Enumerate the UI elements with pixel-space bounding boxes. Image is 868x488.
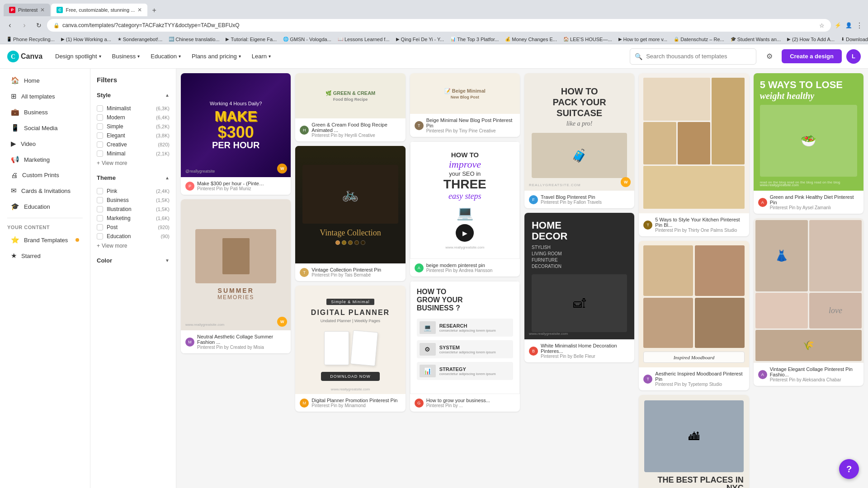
filter-color-header[interactable]: Color ▼ <box>97 255 170 266</box>
template-seo[interactable]: HOW TO improve your SEO in THREE easy st… <box>410 141 520 277</box>
weight-author-row: A Green and Pink Healthy Diet Pinterest … <box>758 194 859 210</box>
sidebar-item-custom-prints[interactable]: 🖨 Custom Prints <box>4 168 86 183</box>
tab-pinterest[interactable]: P Pinterest ✕ <box>4 4 50 16</box>
template-kitchen[interactable]: T 5 Ways to Style Your Kitchen Pinterest… <box>639 73 749 236</box>
sidebar-item-starred[interactable]: ★ Starred <box>4 248 86 263</box>
forward-button[interactable]: › <box>18 19 31 32</box>
sidebar-item-education[interactable]: 🎓 Education <box>4 199 86 214</box>
bookmark-how[interactable]: ▶ How to get more v... <box>616 36 670 42</box>
create-design-button[interactable]: Create a design <box>782 49 842 63</box>
tab-canva[interactable]: C Free, customizable, stunning ... ✕ <box>51 4 147 16</box>
template-summer-memories[interactable]: SUMMER MEMORIES www.reallygreatsite.com … <box>181 199 291 353</box>
nav-education[interactable]: Education ▾ <box>145 50 186 62</box>
template-digital-planner[interactable]: Simple & Minimal DIGITAL PLANNER Undated… <box>295 286 405 412</box>
minimalist-checkbox[interactable] <box>97 105 103 112</box>
star-bookmark-icon[interactable]: ☆ <box>819 22 825 29</box>
nav-design-spotlight[interactable]: Design spotlight ▾ <box>50 50 107 62</box>
user-avatar[interactable]: L <box>846 49 861 64</box>
bookmark-chinese[interactable]: 🔤 Chinese translatio... <box>166 36 222 42</box>
filter-creative[interactable]: Creative (820) <box>97 140 170 149</box>
sidebar-item-video[interactable]: ▶ Video <box>4 136 86 151</box>
settings-button[interactable]: ⚙ <box>762 49 777 64</box>
bookmark-tutorial[interactable]: ▶ Tutorial: Eigene Fa... <box>223 36 279 42</box>
filter-marketing-theme[interactable]: Marketing (1,6K) <box>97 214 170 223</box>
bookmark-lee[interactable]: 🏠 LEE'S HOUSE—... <box>561 36 615 42</box>
template-grow[interactable]: HOW TOGROW YOURBUSINESS ? 💻 RESEARCHcons… <box>410 281 520 412</box>
sidebar-item-social-media[interactable]: 📱 Social Media <box>4 120 86 136</box>
bookmark-daten[interactable]: 🔒 Datenschutz – Re... <box>671 36 727 42</box>
nav-plans[interactable]: Plans and pricing ▾ <box>186 50 246 62</box>
reload-button[interactable]: ↻ <box>33 19 45 32</box>
template-collage2[interactable]: 👗 love 🌾 A <box>754 218 863 386</box>
filter-theme-header[interactable]: Theme ▲ <box>97 173 170 183</box>
bookmark-top3[interactable]: 📊 The Top 3 Platfor... <box>448 36 501 42</box>
filter-simple[interactable]: Simple (5,2K) <box>97 122 170 131</box>
template-suitcase[interactable]: HOW TOPACK YOURSUITCASE like a pro! 🧳 RE… <box>524 73 634 208</box>
minimal-checkbox[interactable] <box>97 150 103 157</box>
bookmark-lessons[interactable]: 📖 Lessons Learned f... <box>335 36 392 42</box>
marketing-theme-checkbox[interactable] <box>97 215 103 221</box>
back-button[interactable]: ‹ <box>4 19 16 32</box>
filter-business-theme[interactable]: Business (1,5K) <box>97 196 170 205</box>
simple-checkbox[interactable] <box>97 123 103 130</box>
bookmark-gmsn[interactable]: 🌐 GMSN - Vologda... <box>280 36 334 42</box>
bookmark-download[interactable]: ⬇ Download – Cooki... <box>838 36 868 42</box>
menu-button[interactable]: ⋮ <box>854 20 864 30</box>
bookmark-qing[interactable]: ▶ Qing Fei De Yi - Y... <box>393 36 447 42</box>
post-checkbox[interactable] <box>97 224 103 230</box>
pink-checkbox[interactable] <box>97 188 103 194</box>
filter-education-theme[interactable]: Education (90) <box>97 232 170 241</box>
green-cream-sub: Pinterest Pin by Heyrili Creative <box>311 133 401 138</box>
filter-modern[interactable]: Modern (6,4K) <box>97 113 170 122</box>
sidebar-item-all-templates[interactable]: ⊞ All templates <box>4 89 86 104</box>
creative-checkbox[interactable] <box>97 141 103 148</box>
template-beige-blog[interactable]: 📝 Beige MinimalNew Blog Post T Beige Min… <box>410 73 520 137</box>
nav-business[interactable]: Business ▾ <box>107 50 146 62</box>
sidebar-item-cards-invitations[interactable]: ✉ Cards & Invitations <box>4 183 86 198</box>
theme-view-more[interactable]: + View more <box>97 243 170 249</box>
tab-close[interactable]: ✕ <box>40 7 45 13</box>
sidebar-item-home[interactable]: 🏠 Home <box>4 73 86 88</box>
elegant-checkbox[interactable] <box>97 132 103 139</box>
business-theme-checkbox[interactable] <box>97 197 103 203</box>
filter-theme-section: Theme ▲ Pink (2,4K) Business (1,5K) Illu… <box>97 173 170 249</box>
extension-btn-2[interactable]: 👤 <box>844 20 854 30</box>
filter-style-header[interactable]: Style ▲ <box>97 90 170 100</box>
filter-pink[interactable]: Pink (2,4K) <box>97 187 170 196</box>
chat-bubble[interactable]: ? <box>839 459 859 479</box>
template-moodboard[interactable]: Inspired Moodboard T Aestheric Inspired … <box>639 241 749 390</box>
modern-checkbox[interactable] <box>97 114 103 121</box>
nav-learn[interactable]: Learn ▾ <box>246 50 276 62</box>
sidebar-item-marketing[interactable]: 📢 Marketing <box>4 152 86 167</box>
bookmark-working[interactable]: ▶ (1) How Working a... <box>58 36 114 42</box>
bookmark-phone[interactable]: 📱 Phone Recycling... <box>4 36 57 42</box>
template-weight[interactable]: 5 WAYS TO LOSEweight healthy 🥗 read on t… <box>754 73 863 214</box>
canva-logo[interactable]: C Canva <box>7 51 42 62</box>
template-nyc[interactable]: 🏙 THE BEST PLACES IN NYC WWW.REALLYGREAT… <box>639 395 749 488</box>
filter-minimalist[interactable]: Minimalist (6,3K) <box>97 104 170 113</box>
sidebar-item-brand-templates[interactable]: ⭐ Brand Templates <box>4 232 86 248</box>
new-tab-button[interactable]: + <box>148 5 160 16</box>
bookmark-money[interactable]: 💰 Money Changes E... <box>502 36 560 42</box>
sidebar-item-business[interactable]: 💼 Business <box>4 104 86 120</box>
template-home-decor[interactable]: HOMEDECOR STYLISHLIVING ROOMFURNITUREDEC… <box>524 213 634 362</box>
bookmark-add[interactable]: ▶ (2) How To Add A... <box>784 36 837 42</box>
filter-minimal[interactable]: Minimal (2,1K) <box>97 149 170 158</box>
education-theme-checkbox[interactable] <box>97 233 103 239</box>
filter-post[interactable]: Post (920) <box>97 223 170 232</box>
filter-illustration[interactable]: Illustration (1,5K) <box>97 205 170 214</box>
template-make-money[interactable]: Working 4 Hours Daily? MAKE $300 PER HOU… <box>181 73 291 195</box>
illustration-checkbox[interactable] <box>97 206 103 212</box>
bookmark-sonder[interactable]: ★ Sonderangebot!... <box>115 36 165 42</box>
template-green-cream[interactable]: 🌿 GREEN & CREAMFood Blog Recipe H Green … <box>295 73 405 141</box>
filter-elegant[interactable]: Elegant (3,8K) <box>97 131 170 140</box>
extension-btn-1[interactable]: ⚡ <box>833 20 843 30</box>
style-view-more[interactable]: + View more <box>97 160 170 166</box>
template-vintage[interactable]: 🚲 Vintage Collection <box>295 146 405 281</box>
planner-download-btn[interactable]: DOWNLOAD NOW <box>321 372 380 381</box>
address-bar[interactable]: 🔒 canva.com/templates/?category=TACFakzT… <box>47 19 831 32</box>
tab-canva-close[interactable]: ✕ <box>137 7 142 13</box>
bookmark-student[interactable]: 🎓 Student Wants an... <box>728 36 783 42</box>
search-input[interactable] <box>646 53 751 60</box>
header-search[interactable]: 🔍 <box>630 48 756 65</box>
